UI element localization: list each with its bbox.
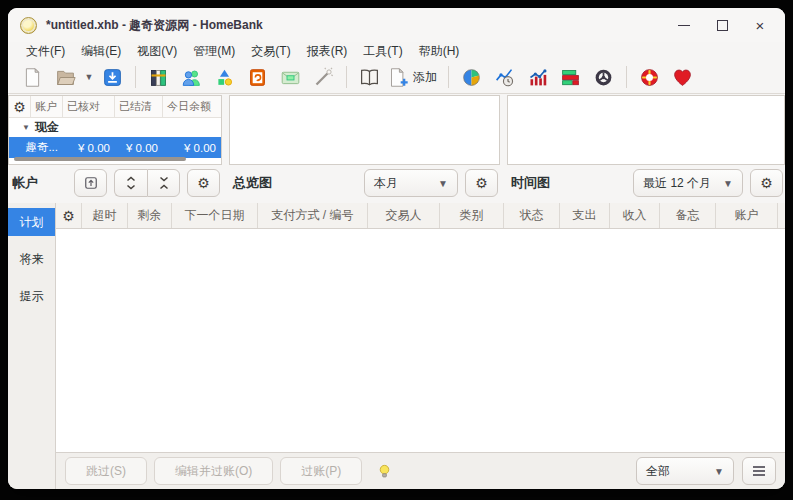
open-in-window-icon [84,176,98,190]
chevron-down-icon: ▼ [723,178,733,189]
overview-label: 总览图 [233,174,272,192]
accounts-col-reconciled[interactable]: 已核对 [63,96,115,117]
close-button[interactable]: × [741,10,779,40]
manage-payees-button[interactable] [175,64,208,91]
ledger-book-icon [359,67,380,88]
tab-future[interactable]: 将来 [8,245,55,273]
tab-tips[interactable]: 提示 [8,282,55,310]
accounts-col-today[interactable]: 今日余额 [163,96,221,117]
accounts-columns-gear-icon[interactable]: ⚙ [9,96,31,117]
open-account-window-button[interactable] [74,169,107,197]
menu-file[interactable]: 文件(F) [18,42,73,61]
filter-dropdown[interactable]: 全部 ▼ [636,457,734,485]
open-file-button[interactable] [49,64,82,91]
col-status[interactable]: 状态 [504,203,560,228]
expand-all-button[interactable] [114,169,147,197]
post-button[interactable]: 过账(P) [280,457,362,485]
col-remaining[interactable]: 剩余 [128,203,172,228]
col-memo[interactable]: 备忘 [660,203,716,228]
save-button[interactable] [96,64,129,91]
account-group-label: 现金 [35,119,59,136]
menu-transaction[interactable]: 交易(T) [243,42,298,61]
pie-chart-icon [461,67,482,88]
menu-help[interactable]: 帮助(H) [411,42,468,61]
accounts-settings-button[interactable]: ⚙ [187,169,220,197]
menu-tools[interactable]: 工具(T) [355,42,410,61]
budget-report-icon [560,67,581,88]
show-ledger-button[interactable] [353,64,386,91]
top-panels: ⚙ 账户 已核对 已结清 今日余额 ▼ 现金 趣奇... ¥ 0.00 ¥ 0.… [8,94,785,199]
list-menu-button[interactable] [742,457,776,485]
col-expense[interactable]: 支出 [560,203,610,228]
menu-reports[interactable]: 报表(R) [299,42,356,61]
account-name: 趣奇... [9,140,63,155]
minimize-button[interactable] [665,10,703,40]
add-transaction-button[interactable]: 添加 [386,64,442,91]
accounts-list[interactable]: ⚙ 账户 已核对 已结清 今日余额 ▼ 现金 趣奇... ¥ 0.00 ¥ 0.… [8,95,222,165]
accounts-panel-footer: 帐户 ⚙ [8,165,222,199]
time-range-value: 最近 12 个月 [643,175,711,192]
col-account[interactable]: 账户 [716,203,778,228]
collapse-all-button[interactable] [147,169,180,197]
overview-chart-area [229,95,500,165]
toolbar-separator [448,66,449,88]
budget-button[interactable] [274,64,307,91]
accounts-books-icon [148,67,169,88]
collapse-all-icon [158,176,170,190]
title-bar[interactable]: *untitled.xhb - 趣奇资源网 - HomeBank × [8,8,785,42]
balance-report-button[interactable] [521,64,554,91]
manage-accounts-button[interactable] [142,64,175,91]
account-reconciled-value: ¥ 0.00 [63,142,115,154]
overview-settings-button[interactable]: ⚙ [465,169,498,197]
new-file-icon [22,67,43,88]
assign-button[interactable] [307,64,340,91]
col-payment-number[interactable]: 支付方式 / 编号 [258,203,368,228]
scheduled-columns-gear-icon[interactable]: ⚙ [56,203,82,228]
account-group-row[interactable]: ▼ 现金 [9,118,221,137]
menu-view[interactable]: 视图(V) [129,42,185,61]
menu-edit[interactable]: 编辑(E) [73,42,129,61]
life-ring-icon [639,67,660,88]
col-next-date[interactable]: 下一个日期 [172,203,258,228]
manage-categories-button[interactable] [208,64,241,91]
vehicle-cost-button[interactable] [587,64,620,91]
menu-manage[interactable]: 管理(M) [185,42,243,61]
scheduled-table-body[interactable] [56,229,785,452]
accounts-col-account[interactable]: 账户 [31,96,63,117]
col-income[interactable]: 收入 [610,203,660,228]
expand-all-icon [125,176,137,190]
save-icon [102,67,123,88]
time-range-dropdown[interactable]: 最近 12 个月 ▼ [633,169,743,197]
col-overdue[interactable]: 超时 [82,203,128,228]
donate-button[interactable] [666,64,699,91]
tab-scheduled[interactable]: 计划 [8,208,55,236]
col-filler [778,203,785,228]
scheduled-table-header: ⚙ 超时 剩余 下一个日期 支付方式 / 编号 交易人 类别 状态 支出 收入 … [56,203,785,229]
col-payee[interactable]: 交易人 [368,203,440,228]
time-label: 时间图 [511,174,550,192]
trendtime-report-button[interactable] [488,64,521,91]
chevron-down-icon[interactable]: ▼ [22,123,30,132]
edit-post-button[interactable]: 编辑并过账(O) [154,457,273,485]
col-category[interactable]: 类别 [440,203,504,228]
account-row-selected[interactable]: 趣奇... ¥ 0.00 ¥ 0.00 ¥ 0.00 [9,137,221,158]
accounts-col-cleared[interactable]: 已结清 [115,96,163,117]
help-donate-button[interactable] [633,64,666,91]
overview-range-dropdown[interactable]: 本月 ▼ [364,169,458,197]
menu-bar: 文件(F) 编辑(E) 视图(V) 管理(M) 交易(T) 报表(R) 工具(T… [8,42,785,61]
statistics-report-button[interactable] [455,64,488,91]
horizontal-scrollbar[interactable] [14,157,186,161]
open-recent-dropdown[interactable]: ▼ [82,64,96,91]
toolbar-separator [135,66,136,88]
homebank-window: *untitled.xhb - 趣奇资源网 - HomeBank × 文件(F)… [8,8,785,489]
add-transaction-icon [388,67,409,88]
scheduled-transactions-button[interactable] [241,64,274,91]
budget-report-button[interactable] [554,64,587,91]
payees-icon [181,67,202,88]
window-controls: × [665,10,779,40]
skip-button[interactable]: 跳过(S) [65,457,147,485]
action-bar-right: 全部 ▼ [636,457,776,485]
new-file-button[interactable] [16,64,49,91]
time-settings-button[interactable]: ⚙ [750,169,783,197]
maximize-button[interactable] [703,10,741,40]
